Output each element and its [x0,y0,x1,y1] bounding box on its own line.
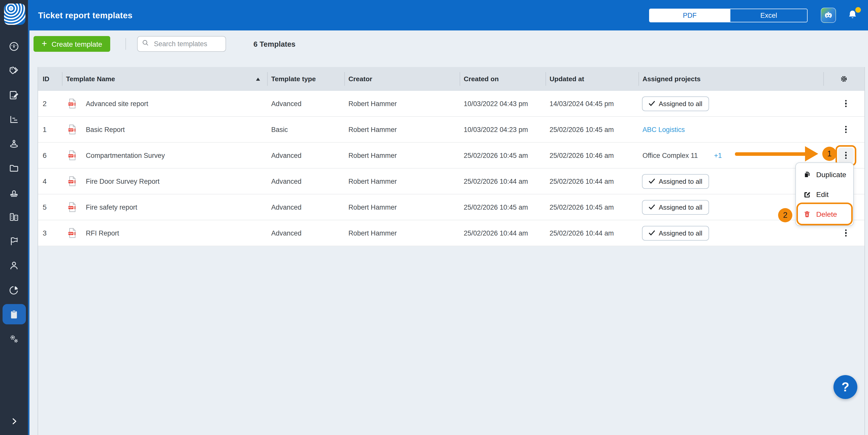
buildings-icon [2,207,26,227]
cell-template-type: Advanced [267,143,344,168]
cell-creator: Robert Hammer [344,169,460,194]
assigned-to-all-button[interactable]: Assigned to all [642,226,709,240]
cell-created-on: 10/03/2022 04:43 pm [460,91,546,116]
chevron-right-icon [9,417,19,428]
sidebar-item-buildings[interactable] [0,205,28,229]
cell-actions [823,117,864,142]
sidebar-item-dashboard[interactable] [0,34,28,58]
sidebar-expand-button[interactable] [0,416,28,429]
column-header-template-type[interactable]: Template type [267,67,344,91]
user-icon [2,255,26,276]
svg-text:PDF: PDF [68,155,73,157]
toolbar-divider [125,38,126,50]
svg-text:PDF: PDF [68,129,73,131]
search-icon [142,39,153,49]
column-header-created-on[interactable]: Created on [460,67,546,91]
menu-item-delete[interactable]: Delete [798,204,851,224]
menu-item-edit[interactable]: Edit [798,184,851,204]
settings-gears-icon [2,328,26,349]
table-settings-gear-icon[interactable] [840,75,848,83]
tab-excel[interactable]: Excel [730,9,807,22]
column-header-assigned-projects[interactable]: Assigned projects [639,67,823,91]
table-row[interactable]: 1 PDF Basic Report Basic Robert Ha [38,117,864,143]
plus-icon: + [42,39,47,48]
row-actions-kebab[interactable] [838,147,854,163]
kebab-icon [845,150,847,160]
svg-text:PDF: PDF [68,206,73,209]
table-row[interactable]: 2 PDF Advanced site report Advanced [38,91,864,117]
create-template-button[interactable]: + Create template [33,36,110,52]
notification-bell-icon[interactable] [847,9,860,23]
search-input[interactable] [153,40,221,48]
column-header-actions [823,67,864,91]
cell-template-name: PDF Advanced site report [62,91,267,116]
cell-creator: Robert Hammer [344,91,460,116]
sidebar-item-site-presence[interactable] [0,131,28,156]
app-logo[interactable] [4,4,25,25]
sidebar-item-user[interactable] [0,253,28,278]
sidebar-item-report-templates[interactable] [0,302,28,326]
cell-template-type: Basic [267,117,344,142]
assigned-project-link[interactable]: ABC Logistics [643,126,685,133]
notification-dot [855,7,861,13]
cell-template-name: PDF Basic Report [62,117,267,142]
sidebar-item-pie-chart[interactable] [0,278,28,302]
cell-creator: Robert Hammer [344,220,460,246]
sidebar-item-flag[interactable] [0,229,28,253]
table-row[interactable]: 6 PDF Compartmentation Survey Advanced [38,143,864,169]
bar-chart-icon [2,109,26,129]
folder-icon [2,158,26,178]
sidebar-item-stamp[interactable] [0,180,28,205]
assigned-to-all-button[interactable]: Assigned to all [642,174,709,189]
sidebar-item-bar-chart[interactable] [0,107,28,131]
row-actions-kebab[interactable] [838,225,854,241]
cell-created-on: 25/02/2026 10:45 am [460,143,546,168]
pdf-file-icon: PDF [68,176,76,186]
kebab-icon [845,228,847,238]
more-projects-link[interactable]: +1 [714,152,722,159]
help-button[interactable]: ? [834,375,857,399]
cell-updated-at: 25/02/2026 10:44 am [546,169,639,194]
tab-pdf[interactable]: PDF [650,9,730,22]
menu-item-duplicate[interactable]: Duplicate [798,164,851,184]
column-header-id[interactable]: ID [38,67,62,91]
column-header-creator[interactable]: Creator [344,67,460,91]
cell-assigned-projects: Assigned to all [639,91,823,116]
sidebar-item-tags[interactable] [0,58,28,83]
row-actions-kebab[interactable] [838,122,854,137]
check-icon [649,229,655,237]
cell-created-on: 25/02/2026 10:44 am [460,220,546,246]
template-count: 6 Templates [253,36,296,52]
table-row[interactable]: 3 PDF RFI Report Advanced Robert H [38,220,864,246]
kebab-icon [845,99,847,108]
check-icon [649,203,655,211]
annotation-arrow [735,152,807,156]
sidebar-item-document-edit[interactable] [0,83,28,107]
assigned-to-all-button[interactable]: Assigned to all [642,200,709,214]
column-header-template-name[interactable]: Template Name [62,67,267,91]
row-actions-kebab[interactable] [838,96,854,111]
cell-template-type: Advanced [267,169,344,194]
sidebar [0,0,29,435]
assigned-to-all-button[interactable]: Assigned to all [642,96,709,111]
sidebar-item-settings-gears[interactable] [0,326,28,351]
apps-icon[interactable] [821,8,836,23]
check-icon [649,100,655,107]
site-presence-icon [2,133,26,154]
cell-assigned-projects: Assigned to all [639,220,823,246]
cell-updated-at: 25/02/2026 10:45 am [546,194,639,220]
sort-asc-icon [256,77,260,80]
column-header-updated-at[interactable]: Updated at [546,67,639,91]
cell-id: 4 [38,169,62,194]
duplicate-icon [803,170,811,178]
cell-id: 5 [38,194,62,220]
page-title: Ticket report templates [38,0,132,30]
table-row[interactable]: 4 PDF Fire Door Survey Report Advanced [38,169,864,194]
sidebar-item-folder[interactable] [0,156,28,180]
svg-text:PDF: PDF [68,232,73,235]
table-row[interactable]: 5 PDF Fire safety report Advanced [38,194,864,220]
cell-id: 3 [38,220,62,246]
cell-template-type: Advanced [267,220,344,246]
sidebar-nav [0,34,28,351]
stamp-icon [2,182,26,203]
